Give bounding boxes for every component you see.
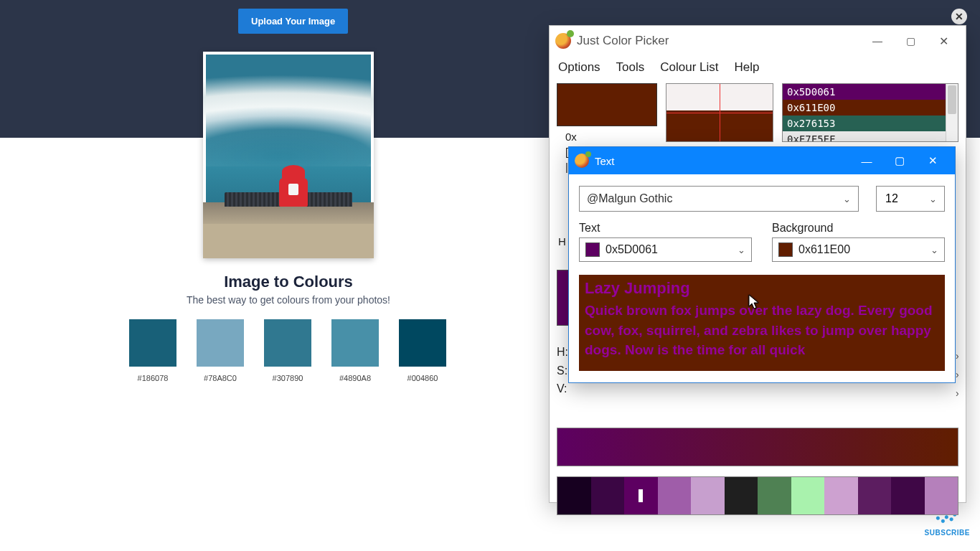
- swatch-label: #186078: [138, 374, 169, 382]
- v-label: V:: [557, 380, 568, 398]
- readout-line: 0x: [565, 129, 649, 144]
- palette-swatch[interactable]: #4890A8: [331, 319, 379, 382]
- hsv-labels: H: S: V:: [557, 343, 568, 398]
- palette-swatch[interactable]: #004860: [399, 319, 446, 382]
- s-label: S:: [557, 362, 568, 380]
- variation-swatch[interactable]: [791, 477, 825, 514]
- page-title: Image to Colours: [0, 273, 577, 291]
- variation-swatch[interactable]: [557, 477, 591, 514]
- bg-color-select[interactable]: 0x611E00 ⌄: [772, 237, 945, 262]
- chevron-right-icon[interactable]: ›: [956, 369, 963, 380]
- bg-color-label: Background: [772, 222, 945, 235]
- font-select[interactable]: @Malgun Gothic ⌄: [579, 186, 859, 212]
- minimize-button[interactable]: —: [861, 30, 894, 52]
- swatch-box: [129, 319, 176, 367]
- gradient-strip[interactable]: [557, 428, 958, 466]
- text-dialog-titlebar[interactable]: Text — ▢ ✕: [569, 147, 955, 174]
- variation-swatch[interactable]: [925, 477, 958, 514]
- crosshair-h: [666, 113, 773, 113]
- chevron-down-icon: ⌄: [738, 245, 745, 255]
- menu-options[interactable]: Options: [558, 60, 600, 75]
- close-glyph: ✕: [955, 11, 963, 22]
- preview-heading: Lazy Jumping: [585, 279, 939, 298]
- swatch-box: [197, 319, 244, 367]
- palette-swatch[interactable]: #307890: [264, 319, 311, 382]
- swatch-label: #4890A8: [339, 374, 371, 382]
- text-color-swatch: [585, 242, 600, 257]
- swatch-label: #78A8C0: [204, 374, 237, 382]
- scrollbar-thumb[interactable]: [948, 85, 956, 114]
- bg-color-value: 0x611E00: [798, 243, 850, 256]
- palette-swatch[interactable]: #78A8C0: [197, 319, 244, 382]
- menu-colour-list[interactable]: Colour List: [660, 60, 718, 75]
- page-subtitle: The best way to get colours from your ph…: [0, 294, 577, 306]
- swatch-box: [264, 319, 311, 367]
- text-dialog: Text — ▢ ✕ @Malgun Gothic ⌄ 12 ⌄ Text 0x…: [568, 146, 956, 383]
- zoom-preview: [666, 83, 773, 142]
- variation-swatch[interactable]: [624, 477, 658, 514]
- variation-swatch[interactable]: [858, 477, 892, 514]
- palette-swatch[interactable]: #186078: [129, 319, 176, 382]
- color-list-item[interactable]: 0xF7F5FF: [783, 131, 958, 142]
- text-color-label: Text: [579, 222, 752, 235]
- menu-help[interactable]: Help: [735, 60, 760, 75]
- h-label: H:: [557, 343, 568, 362]
- subscribe-label: SUBSCRIBE: [925, 529, 970, 537]
- menu-tools[interactable]: Tools: [616, 60, 645, 75]
- variation-swatch[interactable]: [591, 477, 625, 514]
- close-icon[interactable]: ✕: [951, 9, 967, 24]
- chevron-right-icon[interactable]: ›: [956, 387, 963, 399]
- photo-wave: [203, 66, 374, 166]
- minimize-button[interactable]: —: [850, 150, 883, 171]
- jcp-menubar: Options Tools Colour List Help: [550, 56, 966, 82]
- close-button[interactable]: ✕: [916, 150, 949, 171]
- variation-swatch[interactable]: [758, 477, 791, 514]
- current-color-swatch: [557, 83, 657, 126]
- text-color-select[interactable]: 0x5D0061 ⌄: [579, 237, 752, 262]
- color-list-item[interactable]: 0x276153: [783, 116, 958, 131]
- text-dialog-title: Text: [595, 155, 615, 167]
- variation-swatch[interactable]: [725, 477, 758, 514]
- close-button[interactable]: ✕: [927, 30, 960, 52]
- variation-swatch[interactable]: [658, 477, 692, 514]
- size-select[interactable]: 12 ⌄: [876, 186, 945, 212]
- chevron-down-icon: ⌄: [929, 194, 937, 204]
- scrollbar[interactable]: [946, 84, 958, 141]
- variation-swatches[interactable]: [557, 476, 958, 515]
- chevron-down-icon: ⌄: [843, 194, 851, 204]
- color-list-item[interactable]: 0x5D0061: [783, 84, 958, 100]
- chevron-down-icon: ⌄: [930, 245, 938, 255]
- bg-color-swatch: [778, 242, 793, 257]
- chameleon-icon: [555, 33, 571, 49]
- chameleon-icon: [575, 154, 589, 168]
- photo-pier: [203, 202, 374, 258]
- swatch-label: #004860: [407, 374, 438, 382]
- format-row: H: [558, 235, 566, 248]
- variation-swatch[interactable]: [824, 477, 858, 514]
- maximize-button[interactable]: ▢: [883, 150, 916, 171]
- text-color-value: 0x5D0061: [606, 243, 658, 256]
- uploaded-image: [203, 52, 374, 258]
- jcp-titlebar[interactable]: Just Color Picker — ▢ ✕: [550, 26, 966, 56]
- photo-lighthouse: [279, 178, 308, 207]
- preview-body: Quick brown fox jumps over the lazy dog.…: [585, 301, 939, 360]
- color-list-box[interactable]: 0x5D00610x611E000x2761530xF7F5FF: [782, 83, 958, 142]
- swatch-label: #307890: [273, 374, 303, 382]
- variation-swatch[interactable]: [691, 477, 725, 514]
- chevron-right-icon[interactable]: ›: [956, 350, 963, 362]
- swatch-box: [399, 319, 446, 367]
- font-value: @Malgun Gothic: [587, 192, 672, 205]
- color-list-item[interactable]: 0x611E00: [783, 100, 958, 116]
- palette-row: #186078 #78A8C0 #307890 #4890A8 #004860: [129, 319, 446, 382]
- text-preview: Lazy Jumping Quick brown fox jumps over …: [579, 275, 945, 371]
- upload-button[interactable]: Upload Your Image: [238, 9, 348, 34]
- maximize-button[interactable]: ▢: [894, 30, 927, 52]
- subscribe-watermark: SUBSCRIBE: [925, 512, 970, 537]
- jcp-title: Just Color Picker: [577, 34, 861, 48]
- size-value: 12: [885, 192, 898, 205]
- swatch-box: [331, 319, 379, 367]
- variation-swatch[interactable]: [891, 477, 925, 514]
